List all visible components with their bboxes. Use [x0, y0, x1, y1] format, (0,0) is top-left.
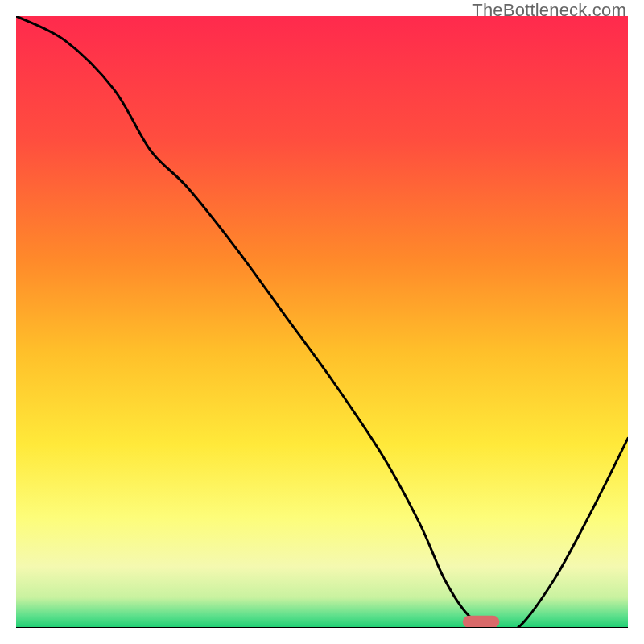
bottleneck-chart [16, 16, 628, 628]
optimal-marker [463, 616, 500, 628]
gradient-background [16, 16, 628, 628]
plot-area [16, 16, 628, 628]
chart-stage: TheBottleneck.com [0, 0, 644, 644]
watermark-text: TheBottleneck.com [472, 0, 626, 21]
